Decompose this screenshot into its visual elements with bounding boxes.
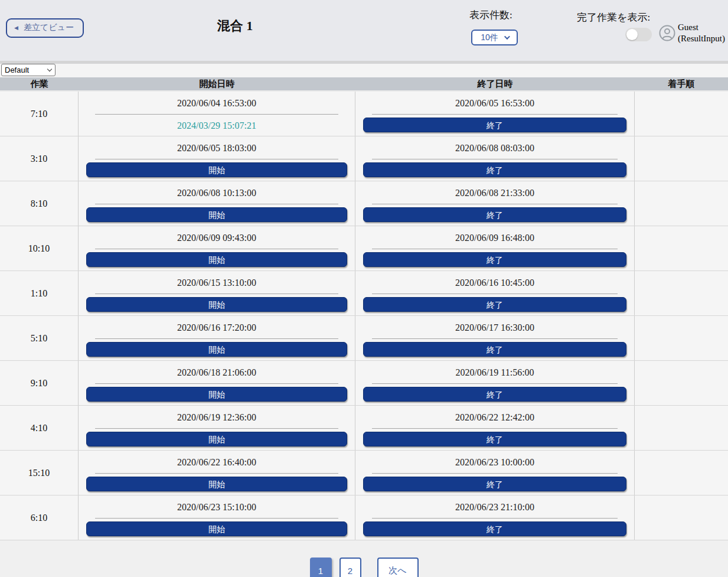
end-cell: 2020/06/23 10:00:00 終了 bbox=[355, 451, 635, 495]
end-cell: 2020/06/16 10:45:00 終了 bbox=[355, 271, 635, 315]
order-cell bbox=[635, 361, 728, 405]
start-datetime: 2020/06/22 16:40:00 bbox=[79, 457, 355, 468]
task-cell: 5:10 bbox=[0, 316, 79, 360]
back-arrow-icon: ◀ bbox=[14, 25, 18, 31]
start-cell: 2020/06/09 09:43:00 開始 bbox=[79, 226, 355, 270]
end-cell: 2020/06/09 16:48:00 終了 bbox=[355, 226, 635, 270]
start-button[interactable]: 開始 bbox=[86, 252, 347, 267]
start-underline bbox=[95, 294, 338, 294]
chevron-down-icon bbox=[504, 34, 510, 40]
start-button[interactable]: 開始 bbox=[86, 387, 347, 402]
order-cell bbox=[635, 226, 728, 270]
start-cell: 2020/06/05 18:03:00 開始 bbox=[79, 136, 355, 181]
task-cell: 8:10 bbox=[0, 181, 79, 226]
page-button-2[interactable]: 2 bbox=[339, 558, 361, 577]
show-completed-toggle[interactable] bbox=[625, 28, 652, 41]
task-cell: 6:10 bbox=[0, 495, 79, 540]
end-datetime: 2020/06/05 16:53:00 bbox=[355, 98, 634, 109]
page-title: 混合 1 bbox=[217, 17, 253, 35]
display-count-select[interactable]: 10件 bbox=[471, 30, 518, 45]
table-row: 15:10 2020/06/22 16:40:00 開始 2020/06/23 … bbox=[0, 451, 728, 495]
end-underline bbox=[372, 518, 617, 519]
end-datetime: 2020/06/08 21:33:00 bbox=[355, 188, 634, 198]
table-header-row: 作業 開始日時 終了日時 着手順 bbox=[0, 77, 728, 92]
end-button[interactable]: 終了 bbox=[363, 252, 626, 267]
start-cell: 2020/06/23 15:10:00 開始 bbox=[79, 495, 355, 540]
dispatch-view-back-button[interactable]: ◀ 差立てビュー bbox=[6, 18, 84, 38]
end-button[interactable]: 終了 bbox=[363, 477, 626, 491]
page-button-1[interactable]: 1 bbox=[310, 558, 332, 577]
start-datetime: 2020/06/09 09:43:00 bbox=[79, 233, 355, 243]
end-underline bbox=[372, 383, 617, 384]
task-cell: 9:10 bbox=[0, 361, 79, 405]
column-header-order: 着手順 bbox=[635, 77, 728, 90]
start-button[interactable]: 開始 bbox=[86, 342, 347, 357]
order-cell bbox=[635, 316, 728, 360]
start-button[interactable]: 開始 bbox=[86, 521, 347, 536]
end-cell: 2020/06/22 12:42:00 終了 bbox=[355, 406, 635, 450]
next-page-button[interactable]: 次へ bbox=[377, 558, 419, 577]
end-datetime: 2020/06/19 11:56:00 bbox=[355, 367, 634, 378]
start-button[interactable]: 開始 bbox=[86, 477, 347, 491]
end-datetime: 2020/06/08 08:03:00 bbox=[355, 143, 634, 154]
start-button[interactable]: 開始 bbox=[86, 207, 347, 222]
end-datetime: 2020/06/23 21:10:00 bbox=[355, 502, 634, 513]
task-cell: 15:10 bbox=[0, 451, 79, 495]
toggle-knob bbox=[626, 29, 638, 40]
end-datetime: 2020/06/17 16:30:00 bbox=[355, 322, 634, 333]
start-underline bbox=[95, 428, 338, 429]
end-underline bbox=[372, 249, 617, 249]
start-cell: 2020/06/22 16:40:00 開始 bbox=[79, 451, 355, 495]
column-header-task: 作業 bbox=[0, 77, 79, 90]
end-button[interactable]: 終了 bbox=[363, 432, 626, 446]
end-underline bbox=[372, 428, 617, 429]
start-underline bbox=[95, 114, 338, 115]
start-datetime: 2020/06/23 15:10:00 bbox=[79, 502, 355, 513]
order-cell bbox=[635, 495, 728, 540]
table-body: 7:10 2020/06/04 16:53:00 2024/03/29 15:0… bbox=[0, 92, 728, 540]
order-cell bbox=[635, 451, 728, 495]
end-datetime: 2020/06/23 10:00:00 bbox=[355, 457, 634, 468]
task-cell: 7:10 bbox=[0, 92, 79, 136]
task-cell: 10:10 bbox=[0, 226, 79, 270]
end-button[interactable]: 終了 bbox=[363, 207, 626, 222]
start-button[interactable]: 開始 bbox=[86, 432, 347, 446]
task-cell: 3:10 bbox=[0, 136, 79, 181]
display-count-value: 10件 bbox=[481, 32, 498, 43]
view-select-wrap: Default bbox=[1, 64, 56, 76]
end-cell: 2020/06/17 16:30:00 終了 bbox=[355, 316, 635, 360]
user-name: Guest bbox=[678, 22, 725, 33]
start-datetime: 2020/06/18 21:06:00 bbox=[79, 367, 355, 378]
start-datetime: 2020/06/16 17:20:00 bbox=[79, 322, 355, 333]
end-button[interactable]: 終了 bbox=[363, 297, 626, 312]
start-cell: 2020/06/19 12:36:00 開始 bbox=[79, 406, 355, 450]
start-underline bbox=[95, 383, 338, 384]
column-header-start: 開始日時 bbox=[79, 77, 355, 90]
end-button[interactable]: 終了 bbox=[363, 387, 626, 402]
start-underline bbox=[95, 159, 338, 159]
start-datetime: 2020/06/15 13:10:00 bbox=[79, 278, 355, 288]
table-row: 6:10 2020/06/23 15:10:00 開始 2020/06/23 2… bbox=[0, 495, 728, 540]
user-avatar-icon[interactable] bbox=[659, 25, 675, 41]
start-underline bbox=[95, 338, 338, 339]
end-underline bbox=[372, 294, 617, 294]
view-select[interactable]: Default bbox=[1, 64, 56, 76]
user-role: (ResultInput) bbox=[678, 33, 725, 44]
start-datetime: 2020/06/19 12:36:00 bbox=[79, 412, 355, 423]
start-button[interactable]: 開始 bbox=[86, 297, 347, 312]
table-row: 3:10 2020/06/05 18:03:00 開始 2020/06/08 0… bbox=[0, 136, 728, 181]
end-underline bbox=[372, 473, 617, 474]
table-row: 4:10 2020/06/19 12:36:00 開始 2020/06/22 1… bbox=[0, 406, 728, 451]
start-button[interactable]: 開始 bbox=[86, 162, 347, 177]
top-header-bar: ◀ 差立てビュー 混合 1 表示件数: 10件 完了作業を表示: Guest (… bbox=[0, 0, 728, 61]
end-button[interactable]: 終了 bbox=[363, 118, 626, 132]
end-datetime: 2020/06/22 12:42:00 bbox=[355, 412, 634, 423]
end-underline bbox=[372, 159, 617, 159]
start-cell: 2020/06/04 16:53:00 2024/03/29 15:07:21 bbox=[79, 92, 355, 136]
table-row: 1:10 2020/06/15 13:10:00 開始 2020/06/16 1… bbox=[0, 271, 728, 316]
end-button[interactable]: 終了 bbox=[363, 162, 626, 177]
end-button[interactable]: 終了 bbox=[363, 521, 626, 536]
display-count-label: 表示件数: bbox=[469, 8, 518, 22]
end-datetime: 2020/06/16 10:45:00 bbox=[355, 278, 634, 288]
end-button[interactable]: 終了 bbox=[363, 342, 626, 357]
